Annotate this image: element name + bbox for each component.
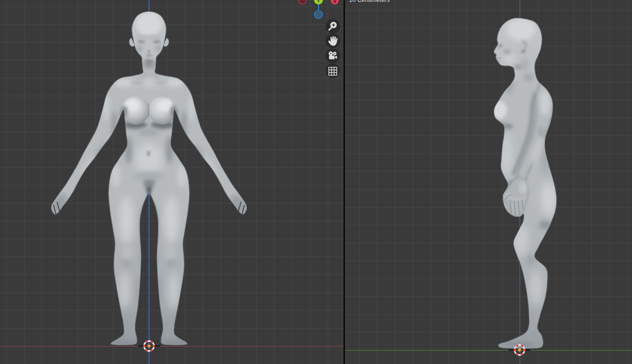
svg-text:Y: Y bbox=[317, 0, 320, 4]
svg-text:X: X bbox=[333, 0, 336, 4]
